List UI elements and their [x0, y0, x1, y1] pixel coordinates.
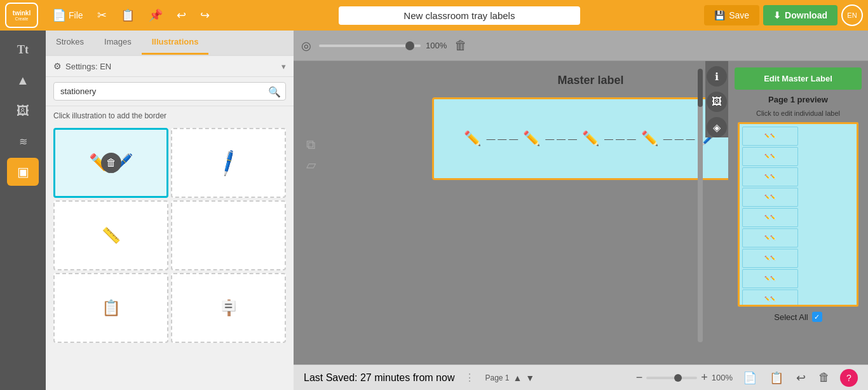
sidebar-item-images[interactable]: 🖼 — [7, 97, 39, 125]
page-down-button[interactable]: ▼ — [526, 373, 534, 383]
sidebar-item-text[interactable]: Tt — [7, 36, 39, 64]
illustrations-panel: Strokes Images Illustrations ⚙ Settings:… — [46, 31, 294, 390]
save-button[interactable]: 💾 Save — [704, 5, 759, 25]
tool-hatch-icon[interactable]: ⧉ — [306, 137, 316, 152]
illustration-grid: ✏️🖊️ 🗑 🖊️ 📏 — [46, 125, 294, 345]
sidebar-item-patterns[interactable]: ≋ — [7, 127, 39, 155]
illustration-item-4[interactable] — [171, 200, 286, 270]
delete-canvas-icon[interactable]: 🗑 — [454, 38, 467, 53]
undo-button[interactable]: ↩ — [172, 6, 191, 25]
illustration-item-5[interactable]: 📋 — [53, 273, 168, 343]
zoom-percent: 100% — [426, 41, 447, 50]
edit-master-label: Edit Master Label — [764, 74, 832, 83]
info-icon: ℹ — [715, 71, 719, 83]
panel-tabs: Strokes Images Illustrations — [46, 31, 294, 56]
zoom-out-button[interactable]: − — [636, 371, 643, 384]
undo-bottom-icon: ↩ — [796, 372, 806, 384]
download-icon: ⬇ — [773, 10, 781, 20]
download-button[interactable]: ⬇ Download — [763, 5, 837, 25]
zoom-track — [319, 45, 421, 47]
pencil-pattern-3: ✏️ — [582, 130, 599, 147]
illustrations-icon: ▣ — [17, 164, 29, 179]
preview-label-3: ✏️✏️ — [742, 167, 798, 186]
page-add-button[interactable]: 📄 — [740, 368, 759, 387]
edit-master-button[interactable]: Edit Master Label — [735, 67, 862, 90]
zoom-thumb[interactable] — [405, 41, 414, 50]
canvas-area: ◎ 100% 🗑 ⧉ ▱ Master label ✏️ — [294, 31, 868, 390]
language-button[interactable]: EN — [841, 4, 863, 26]
page-label: Page 1 — [485, 373, 509, 382]
whiteboard-icon: 📋 — [102, 299, 121, 317]
preview-label-8: ✏️✏️ — [742, 269, 798, 288]
info-button[interactable]: ℹ — [707, 66, 727, 87]
page-up-button[interactable]: ▲ — [513, 373, 522, 383]
lang-label: EN — [847, 11, 857, 19]
tool-frame-icon[interactable]: ▱ — [306, 157, 316, 172]
layers-button[interactable]: ◈ — [707, 117, 727, 137]
preview-label-2: ✏️✏️ — [742, 147, 798, 166]
redo-button[interactable]: ↪ — [195, 6, 215, 25]
undo-bottom-button[interactable]: ↩ — [794, 368, 808, 387]
layers-icon: ◈ — [713, 122, 721, 134]
zoom-thumb-bottom — [674, 374, 682, 382]
select-all-row[interactable]: Select All ✓ — [774, 312, 822, 322]
canvas-tools: ⧉ ▱ — [306, 137, 316, 172]
logo-text: twinkl — [13, 10, 31, 17]
copy-button[interactable]: 📋 — [116, 6, 140, 25]
label-text-4: — — — — [663, 134, 695, 144]
search-input[interactable] — [53, 82, 286, 101]
hint-text: Click illustration to add the border — [53, 111, 166, 120]
right-float: ℹ 🖼 ◈ — [705, 61, 728, 137]
illustration-item-3[interactable]: 📏 — [53, 200, 168, 270]
illustrations-tab-label: Illustrations — [152, 37, 199, 46]
red-pen-icon: 🖊️ — [214, 148, 243, 178]
logo[interactable]: twinkl Create — [5, 3, 38, 28]
copy-icon: 📋 — [121, 8, 135, 22]
canvas-topbar: ◎ 100% 🗑 — [294, 31, 868, 61]
expand-icon[interactable]: ▾ — [281, 62, 286, 71]
card-icon: 🪧 — [219, 299, 238, 317]
last-saved-text: Last Saved: 27 minutes from now — [304, 372, 454, 384]
file-button[interactable]: 📄 File — [47, 6, 88, 25]
cut-icon: ✂ — [97, 8, 107, 22]
zoom-slider: 100% — [319, 41, 447, 50]
title-input[interactable] — [339, 6, 580, 25]
help-button[interactable]: ? — [840, 369, 858, 387]
sidebar-item-shapes[interactable]: ▲ — [7, 66, 39, 94]
label-text-3: — — — — [604, 134, 636, 144]
settings-label: Settings: EN — [65, 62, 111, 71]
delete-bottom-button[interactable]: 🗑 — [816, 368, 832, 387]
images-icon: 🖼 — [17, 104, 29, 118]
paste-button[interactable]: 📌 — [144, 6, 168, 25]
zoom-bottom-pct: 100% — [712, 373, 733, 382]
cut-button[interactable]: ✂ — [92, 6, 112, 25]
help-icon: ? — [846, 373, 851, 383]
save-label: Save — [729, 10, 749, 20]
file-label: File — [69, 10, 83, 20]
master-label-title: Master label — [557, 74, 623, 87]
shapes-icon: ▲ — [17, 73, 29, 88]
pencil-pattern-1: ✏️ — [464, 130, 481, 147]
illustration-item-1[interactable]: ✏️🖊️ 🗑 — [53, 128, 168, 198]
tab-strokes[interactable]: Strokes — [46, 31, 94, 55]
image-edit-button[interactable]: 🖼 — [707, 92, 727, 112]
preview-panel: Edit Master Label Page 1 preview Click t… — [728, 61, 868, 365]
delete-overlay-1[interactable]: 🗑 — [101, 153, 121, 173]
illustration-item-2[interactable]: 🖊️ — [171, 128, 286, 198]
zoom-in-button[interactable]: + — [701, 371, 708, 384]
right-scrollbar[interactable] — [698, 69, 703, 342]
strokes-tab-label: Strokes — [56, 37, 84, 46]
preview-label-9: ✏️✏️ — [742, 289, 798, 307]
illustration-item-6[interactable]: 🪧 — [171, 273, 286, 343]
pencil-pattern-4: ✏️ — [641, 130, 658, 147]
icon-sidebar: Tt ▲ 🖼 ≋ ▣ — [0, 31, 46, 390]
search-icon: 🔍 — [268, 85, 281, 97]
tab-illustrations[interactable]: Illustrations — [142, 31, 209, 55]
page-copy-button[interactable]: 📋 — [767, 368, 786, 387]
sidebar-item-illustrations[interactable]: ▣ — [7, 158, 39, 186]
select-all-checkbox[interactable]: ✓ — [812, 312, 822, 322]
tab-images[interactable]: Images — [94, 31, 142, 55]
label-text-2: — — — — [545, 134, 577, 144]
page1-preview-box[interactable]: ✏️✏️ ✏️✏️ ✏️✏️ ✏️✏️ ✏️✏️ ✏️✏️ ✏️✏️ ✏️✏️ … — [738, 122, 858, 307]
search-bar: 🔍 — [46, 77, 294, 106]
